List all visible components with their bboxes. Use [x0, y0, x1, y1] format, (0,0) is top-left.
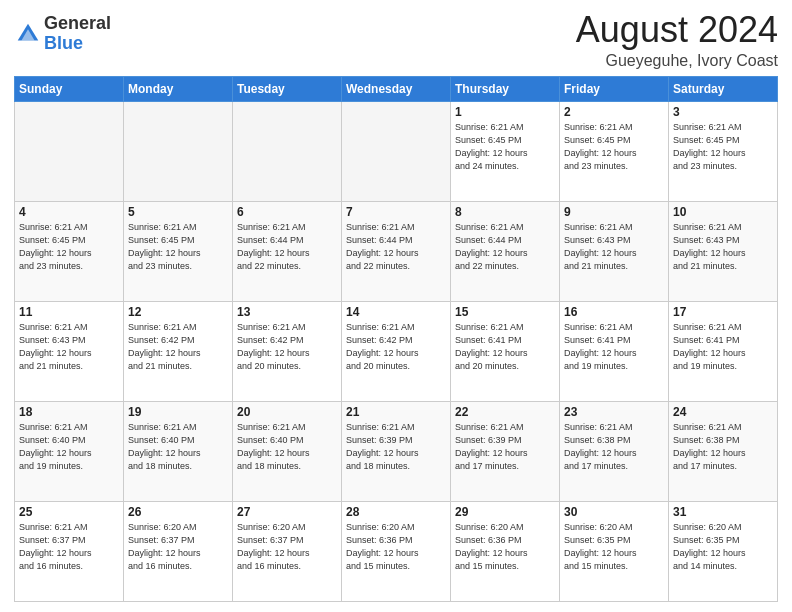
day-info: Sunrise: 6:21 AM Sunset: 6:45 PM Dayligh…: [564, 121, 664, 173]
day-number: 26: [128, 505, 228, 519]
calendar-dow-friday: Friday: [560, 76, 669, 101]
calendar-cell: [124, 101, 233, 201]
day-number: 9: [564, 205, 664, 219]
day-number: 7: [346, 205, 446, 219]
calendar-cell: 21Sunrise: 6:21 AM Sunset: 6:39 PM Dayli…: [342, 401, 451, 501]
day-number: 1: [455, 105, 555, 119]
calendar-cell: 11Sunrise: 6:21 AM Sunset: 6:43 PM Dayli…: [15, 301, 124, 401]
calendar-cell: 25Sunrise: 6:21 AM Sunset: 6:37 PM Dayli…: [15, 501, 124, 601]
calendar-table: SundayMondayTuesdayWednesdayThursdayFrid…: [14, 76, 778, 602]
day-info: Sunrise: 6:21 AM Sunset: 6:38 PM Dayligh…: [673, 421, 773, 473]
calendar-week-3: 18Sunrise: 6:21 AM Sunset: 6:40 PM Dayli…: [15, 401, 778, 501]
day-number: 22: [455, 405, 555, 419]
day-info: Sunrise: 6:21 AM Sunset: 6:37 PM Dayligh…: [19, 521, 119, 573]
day-info: Sunrise: 6:21 AM Sunset: 6:45 PM Dayligh…: [128, 221, 228, 273]
calendar-cell: 3Sunrise: 6:21 AM Sunset: 6:45 PM Daylig…: [669, 101, 778, 201]
day-number: 4: [19, 205, 119, 219]
day-info: Sunrise: 6:21 AM Sunset: 6:45 PM Dayligh…: [455, 121, 555, 173]
calendar-week-1: 4Sunrise: 6:21 AM Sunset: 6:45 PM Daylig…: [15, 201, 778, 301]
day-info: Sunrise: 6:21 AM Sunset: 6:44 PM Dayligh…: [237, 221, 337, 273]
logo-text: General Blue: [44, 14, 111, 54]
day-info: Sunrise: 6:20 AM Sunset: 6:35 PM Dayligh…: [564, 521, 664, 573]
day-info: Sunrise: 6:21 AM Sunset: 6:42 PM Dayligh…: [237, 321, 337, 373]
calendar-cell: 12Sunrise: 6:21 AM Sunset: 6:42 PM Dayli…: [124, 301, 233, 401]
calendar-cell: [233, 101, 342, 201]
day-info: Sunrise: 6:21 AM Sunset: 6:41 PM Dayligh…: [564, 321, 664, 373]
day-number: 15: [455, 305, 555, 319]
calendar-cell: 31Sunrise: 6:20 AM Sunset: 6:35 PM Dayli…: [669, 501, 778, 601]
calendar-cell: 9Sunrise: 6:21 AM Sunset: 6:43 PM Daylig…: [560, 201, 669, 301]
day-info: Sunrise: 6:20 AM Sunset: 6:37 PM Dayligh…: [237, 521, 337, 573]
calendar-cell: 16Sunrise: 6:21 AM Sunset: 6:41 PM Dayli…: [560, 301, 669, 401]
day-info: Sunrise: 6:21 AM Sunset: 6:40 PM Dayligh…: [128, 421, 228, 473]
calendar-cell: 2Sunrise: 6:21 AM Sunset: 6:45 PM Daylig…: [560, 101, 669, 201]
day-info: Sunrise: 6:21 AM Sunset: 6:40 PM Dayligh…: [19, 421, 119, 473]
logo-blue: Blue: [44, 34, 111, 54]
calendar-cell: [15, 101, 124, 201]
calendar-dow-tuesday: Tuesday: [233, 76, 342, 101]
day-number: 28: [346, 505, 446, 519]
calendar-week-2: 11Sunrise: 6:21 AM Sunset: 6:43 PM Dayli…: [15, 301, 778, 401]
subtitle: Gueyeguhe, Ivory Coast: [576, 52, 778, 70]
day-number: 17: [673, 305, 773, 319]
day-info: Sunrise: 6:20 AM Sunset: 6:36 PM Dayligh…: [455, 521, 555, 573]
day-number: 8: [455, 205, 555, 219]
calendar-dow-saturday: Saturday: [669, 76, 778, 101]
day-info: Sunrise: 6:21 AM Sunset: 6:39 PM Dayligh…: [455, 421, 555, 473]
day-number: 24: [673, 405, 773, 419]
day-number: 25: [19, 505, 119, 519]
day-number: 29: [455, 505, 555, 519]
day-info: Sunrise: 6:21 AM Sunset: 6:45 PM Dayligh…: [673, 121, 773, 173]
day-number: 23: [564, 405, 664, 419]
day-number: 13: [237, 305, 337, 319]
header: General Blue August 2024 Gueyeguhe, Ivor…: [14, 10, 778, 70]
calendar-dow-wednesday: Wednesday: [342, 76, 451, 101]
day-number: 16: [564, 305, 664, 319]
calendar-dow-sunday: Sunday: [15, 76, 124, 101]
day-info: Sunrise: 6:21 AM Sunset: 6:40 PM Dayligh…: [237, 421, 337, 473]
calendar-cell: 23Sunrise: 6:21 AM Sunset: 6:38 PM Dayli…: [560, 401, 669, 501]
day-number: 27: [237, 505, 337, 519]
day-info: Sunrise: 6:21 AM Sunset: 6:39 PM Dayligh…: [346, 421, 446, 473]
calendar-cell: 7Sunrise: 6:21 AM Sunset: 6:44 PM Daylig…: [342, 201, 451, 301]
calendar-dow-thursday: Thursday: [451, 76, 560, 101]
logo-general: General: [44, 14, 111, 34]
calendar-cell: 14Sunrise: 6:21 AM Sunset: 6:42 PM Dayli…: [342, 301, 451, 401]
calendar-cell: 26Sunrise: 6:20 AM Sunset: 6:37 PM Dayli…: [124, 501, 233, 601]
calendar-cell: 17Sunrise: 6:21 AM Sunset: 6:41 PM Dayli…: [669, 301, 778, 401]
calendar-dow-monday: Monday: [124, 76, 233, 101]
day-info: Sunrise: 6:21 AM Sunset: 6:38 PM Dayligh…: [564, 421, 664, 473]
calendar-cell: 22Sunrise: 6:21 AM Sunset: 6:39 PM Dayli…: [451, 401, 560, 501]
day-number: 5: [128, 205, 228, 219]
calendar-cell: 19Sunrise: 6:21 AM Sunset: 6:40 PM Dayli…: [124, 401, 233, 501]
calendar-cell: 18Sunrise: 6:21 AM Sunset: 6:40 PM Dayli…: [15, 401, 124, 501]
day-info: Sunrise: 6:20 AM Sunset: 6:37 PM Dayligh…: [128, 521, 228, 573]
day-number: 12: [128, 305, 228, 319]
day-info: Sunrise: 6:21 AM Sunset: 6:43 PM Dayligh…: [564, 221, 664, 273]
day-number: 10: [673, 205, 773, 219]
day-number: 6: [237, 205, 337, 219]
day-info: Sunrise: 6:20 AM Sunset: 6:35 PM Dayligh…: [673, 521, 773, 573]
calendar-cell: 28Sunrise: 6:20 AM Sunset: 6:36 PM Dayli…: [342, 501, 451, 601]
calendar-week-0: 1Sunrise: 6:21 AM Sunset: 6:45 PM Daylig…: [15, 101, 778, 201]
calendar-cell: 8Sunrise: 6:21 AM Sunset: 6:44 PM Daylig…: [451, 201, 560, 301]
day-number: 19: [128, 405, 228, 419]
calendar-cell: 29Sunrise: 6:20 AM Sunset: 6:36 PM Dayli…: [451, 501, 560, 601]
calendar-cell: 1Sunrise: 6:21 AM Sunset: 6:45 PM Daylig…: [451, 101, 560, 201]
calendar-cell: 4Sunrise: 6:21 AM Sunset: 6:45 PM Daylig…: [15, 201, 124, 301]
calendar-cell: 5Sunrise: 6:21 AM Sunset: 6:45 PM Daylig…: [124, 201, 233, 301]
day-number: 2: [564, 105, 664, 119]
calendar-header-row: SundayMondayTuesdayWednesdayThursdayFrid…: [15, 76, 778, 101]
day-info: Sunrise: 6:21 AM Sunset: 6:45 PM Dayligh…: [19, 221, 119, 273]
day-info: Sunrise: 6:21 AM Sunset: 6:42 PM Dayligh…: [346, 321, 446, 373]
calendar-cell: 30Sunrise: 6:20 AM Sunset: 6:35 PM Dayli…: [560, 501, 669, 601]
calendar-cell: 27Sunrise: 6:20 AM Sunset: 6:37 PM Dayli…: [233, 501, 342, 601]
page: General Blue August 2024 Gueyeguhe, Ivor…: [0, 0, 792, 612]
main-title: August 2024: [576, 10, 778, 50]
title-block: August 2024 Gueyeguhe, Ivory Coast: [576, 10, 778, 70]
calendar-cell: 24Sunrise: 6:21 AM Sunset: 6:38 PM Dayli…: [669, 401, 778, 501]
day-info: Sunrise: 6:21 AM Sunset: 6:42 PM Dayligh…: [128, 321, 228, 373]
calendar-cell: 6Sunrise: 6:21 AM Sunset: 6:44 PM Daylig…: [233, 201, 342, 301]
logo-icon: [14, 20, 42, 48]
calendar-cell: 13Sunrise: 6:21 AM Sunset: 6:42 PM Dayli…: [233, 301, 342, 401]
